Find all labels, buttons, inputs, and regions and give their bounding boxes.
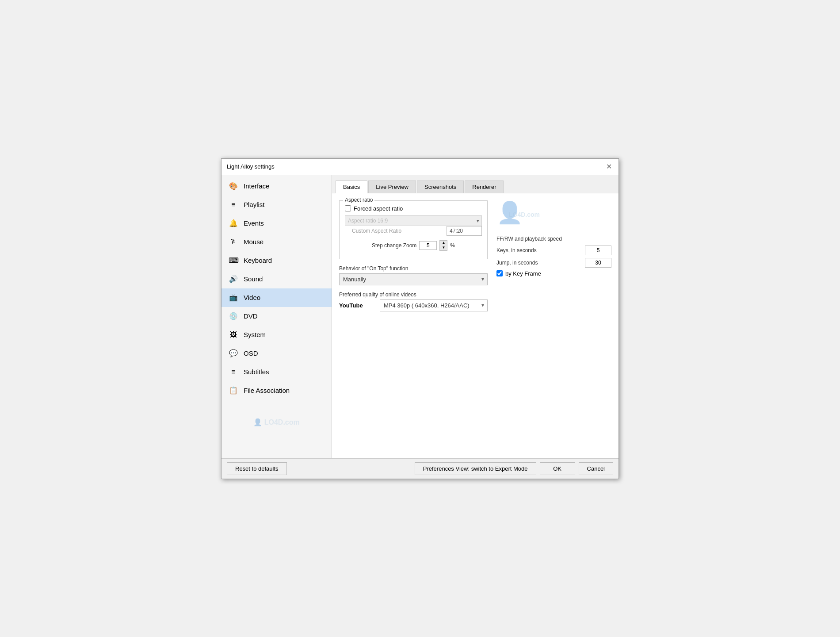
footer-right-buttons: OK Cancel xyxy=(540,462,613,475)
watermark-text: LO4D.com xyxy=(509,211,540,218)
sidebar-item-osd[interactable]: 💬 OSD xyxy=(221,344,332,363)
keys-row: Keys, in seconds xyxy=(496,246,611,255)
title-bar: Light Alloy settings ✕ xyxy=(221,159,619,175)
sidebar-label-osd: OSD xyxy=(244,349,258,357)
tab-renderer[interactable]: Renderer xyxy=(465,180,504,193)
sidebar-item-file-association[interactable]: 📋 File Association xyxy=(221,381,332,400)
sidebar-icon-subtitles: ≡ xyxy=(229,367,238,377)
right-column: 👤 LO4D.com FF/RW and playback speed Keys… xyxy=(496,200,611,311)
sidebar-icon-sound: 🔊 xyxy=(229,274,238,284)
sidebar-item-video[interactable]: 📺 Video xyxy=(221,288,332,307)
sidebar-icon-mouse: 🖱 xyxy=(229,237,238,247)
sidebar-watermark: 👤 LO4D.com xyxy=(221,418,332,427)
sidebar: 🎨 Interface ≡ Playlist 🔔 Events 🖱 Mouse … xyxy=(221,175,332,458)
aspect-ratio-select-wrapper: Aspect ratio 16:9 Aspect ratio 4:3 Aspec… xyxy=(345,215,482,226)
forced-aspect-ratio-row: Forced aspect ratio xyxy=(345,205,482,212)
keys-input[interactable] xyxy=(585,246,611,255)
sidebar-label-sound: Sound xyxy=(244,275,263,283)
ok-button[interactable]: OK xyxy=(540,462,575,475)
on-top-select[interactable]: Manually Always on top Never on top When… xyxy=(339,273,488,285)
content-area: 🎨 Interface ≡ Playlist 🔔 Events 🖱 Mouse … xyxy=(221,175,619,458)
preferences-button[interactable]: Preferences View: switch to Expert Mode xyxy=(415,462,536,475)
ffrw-title: FF/RW and playback speed xyxy=(496,236,611,242)
sidebar-label-interface: Interface xyxy=(244,182,269,190)
sidebar-item-keyboard[interactable]: ⌨ Keyboard xyxy=(221,251,332,270)
aspect-ratio-select[interactable]: Aspect ratio 16:9 Aspect ratio 4:3 Aspec… xyxy=(345,215,482,226)
settings-window: Light Alloy settings ✕ 🎨 Interface ≡ Pla… xyxy=(221,158,619,479)
tab-live-preview[interactable]: Live Preview xyxy=(368,180,416,193)
keyframe-row: by Key Frame xyxy=(496,270,611,277)
sidebar-label-system: System xyxy=(244,331,266,338)
sidebar-icon-keyboard: ⌨ xyxy=(229,256,238,265)
sidebar-item-sound[interactable]: 🔊 Sound xyxy=(221,270,332,288)
sidebar-label-mouse: Mouse xyxy=(244,238,263,246)
watermark-area: 👤 LO4D.com xyxy=(496,200,611,236)
close-button[interactable]: ✕ xyxy=(604,162,613,171)
reset-button[interactable]: Reset to defaults xyxy=(227,462,287,475)
left-column: Aspect ratio Forced aspect ratio Aspect … xyxy=(339,200,488,311)
youtube-select-wrapper: MP4 360p ( 640x360, H264/AAC) MP4 720p (… xyxy=(380,299,488,311)
sidebar-item-dvd[interactable]: 💿 DVD xyxy=(221,307,332,326)
zoom-row: Step change Zoom ▲ ▼ % xyxy=(345,240,482,251)
sidebar-label-keyboard: Keyboard xyxy=(244,257,272,264)
custom-ratio-input[interactable] xyxy=(447,226,482,236)
forced-aspect-ratio-label: Forced aspect ratio xyxy=(354,205,403,212)
sidebar-icon-playlist: ≡ xyxy=(229,200,238,210)
ffrw-group: FF/RW and playback speed Keys, in second… xyxy=(496,236,611,277)
zoom-up-btn[interactable]: ▲ xyxy=(440,241,447,246)
sidebar-item-events[interactable]: 🔔 Events xyxy=(221,214,332,233)
window-title: Light Alloy settings xyxy=(227,163,275,170)
zoom-input[interactable] xyxy=(419,241,437,250)
cancel-button[interactable]: Cancel xyxy=(579,462,613,475)
sidebar-icon-file-association: 📋 xyxy=(229,386,238,395)
forced-aspect-ratio-checkbox[interactable] xyxy=(345,205,351,211)
footer: Reset to defaults Preferences View: swit… xyxy=(221,458,619,479)
sidebar-label-file-association: File Association xyxy=(244,387,290,394)
online-videos-title: Preferred quality of online videos xyxy=(339,292,488,298)
keyframe-label: by Key Frame xyxy=(505,270,541,277)
jump-row: Jump, in seconds xyxy=(496,258,611,268)
sidebar-item-mouse[interactable]: 🖱 Mouse xyxy=(221,233,332,251)
youtube-label: YouTube xyxy=(339,302,374,309)
zoom-down-btn[interactable]: ▼ xyxy=(440,246,447,250)
jump-input[interactable] xyxy=(585,258,611,268)
zoom-unit: % xyxy=(450,242,455,249)
sidebar-icon-events: 🔔 xyxy=(229,219,238,228)
tab-basics[interactable]: Basics xyxy=(336,180,367,193)
tab-screenshots[interactable]: Screenshots xyxy=(417,180,464,193)
sidebar-icon-dvd: 💿 xyxy=(229,311,238,321)
aspect-ratio-title: Aspect ratio xyxy=(343,197,374,203)
sidebar-icon-osd: 💬 xyxy=(229,349,238,358)
custom-ratio-label: Custom Aspect Ratio xyxy=(352,228,443,234)
online-videos-section: Preferred quality of online videos YouTu… xyxy=(339,292,488,311)
zoom-label: Step change Zoom xyxy=(372,242,416,249)
sidebar-icon-interface: 🎨 xyxy=(229,181,238,191)
sidebar-item-interface[interactable]: 🎨 Interface xyxy=(221,177,332,196)
sidebar-label-dvd: DVD xyxy=(244,312,258,320)
keys-label: Keys, in seconds xyxy=(496,247,537,253)
tab-content-basics: Aspect ratio Forced aspect ratio Aspect … xyxy=(332,193,619,458)
sidebar-label-video: Video xyxy=(244,294,260,301)
main-panel: BasicsLive PreviewScreenshotsRenderer As… xyxy=(332,175,619,458)
zoom-spinner[interactable]: ▲ ▼ xyxy=(439,240,447,251)
sidebar-label-subtitles: Subtitles xyxy=(244,368,269,376)
on-top-select-wrapper: Manually Always on top Never on top When… xyxy=(339,273,488,285)
jump-label: Jump, in seconds xyxy=(496,260,538,266)
youtube-row: YouTube MP4 360p ( 640x360, H264/AAC) MP… xyxy=(339,299,488,311)
sidebar-item-playlist[interactable]: ≡ Playlist xyxy=(221,196,332,214)
aspect-ratio-group: Aspect ratio Forced aspect ratio Aspect … xyxy=(339,200,488,259)
sidebar-item-subtitles[interactable]: ≡ Subtitles xyxy=(221,363,332,381)
keyframe-checkbox[interactable] xyxy=(496,270,503,276)
tabs-bar: BasicsLive PreviewScreenshotsRenderer xyxy=(332,175,619,193)
sidebar-label-events: Events xyxy=(244,219,264,227)
sidebar-item-system[interactable]: 🖼 System xyxy=(221,326,332,344)
youtube-quality-select[interactable]: MP4 360p ( 640x360, H264/AAC) MP4 720p (… xyxy=(380,299,488,311)
sidebar-icon-video: 📺 xyxy=(229,293,238,303)
on-top-section: Behavior of "On Top" function Manually A… xyxy=(339,265,488,285)
sidebar-icon-system: 🖼 xyxy=(229,330,238,340)
on-top-label: Behavior of "On Top" function xyxy=(339,265,488,272)
custom-ratio-row: Custom Aspect Ratio xyxy=(345,226,482,236)
sidebar-label-playlist: Playlist xyxy=(244,201,265,208)
